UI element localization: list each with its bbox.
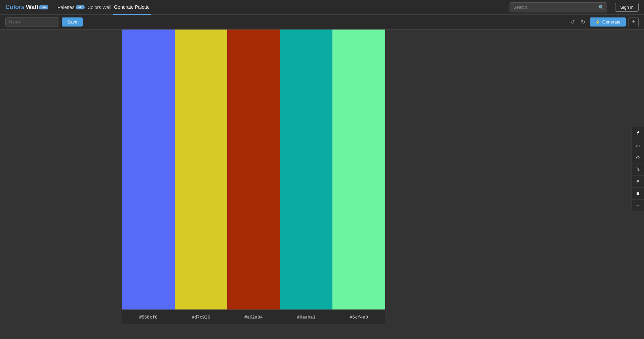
- color-strip-2[interactable]: #a62a04: [227, 30, 280, 324]
- buffer-icon: ≡: [636, 191, 639, 197]
- undo-button[interactable]: ↺: [568, 17, 577, 27]
- search-button[interactable]: 🔍: [596, 5, 607, 10]
- hackernews-icon: Y: [636, 179, 639, 184]
- color-block-4: [332, 30, 385, 309]
- search-container: 🔍: [510, 2, 607, 12]
- color-block-3: [280, 30, 333, 309]
- palette-toolbar: Save ↺ ↻ ⚡ Generate +: [0, 15, 644, 30]
- beta-badge: beta: [39, 5, 48, 9]
- left-space: [0, 30, 122, 324]
- save-button[interactable]: Save: [62, 17, 83, 27]
- social-sidebar: f in ⊙ 𝕏 Y ≡ +: [632, 127, 644, 212]
- color-label-1: #d7c926: [175, 309, 228, 324]
- nav-generate-palette[interactable]: Generate Palette: [113, 0, 151, 15]
- logo-brand: Colors: [5, 4, 25, 11]
- more-icon: +: [636, 202, 640, 209]
- hackernews-share-button[interactable]: Y: [632, 176, 644, 188]
- search-input[interactable]: [510, 5, 596, 10]
- color-strip-1[interactable]: #d7c926: [175, 30, 228, 324]
- color-strip-4[interactable]: #6cf4a0: [332, 30, 385, 324]
- color-strip-0[interactable]: #566cf8: [122, 30, 175, 324]
- color-label-2: #a62a04: [227, 309, 280, 324]
- color-label-4: #6cf4a0: [332, 309, 385, 324]
- main-header: ColorsWallbeta Palettes 241 Colors Wall …: [0, 0, 644, 15]
- nav-palettes[interactable]: Palettes 241: [56, 0, 86, 15]
- color-block-0: [122, 30, 175, 309]
- pocket-share-button[interactable]: ⊙: [632, 151, 644, 163]
- buffer-share-button[interactable]: ≡: [632, 188, 644, 200]
- generate-label: Generate: [602, 19, 620, 25]
- redo-button[interactable]: ↻: [579, 17, 587, 27]
- palette-name-input[interactable]: [5, 17, 59, 27]
- add-color-button[interactable]: +: [629, 17, 639, 27]
- linkedin-icon: in: [636, 143, 640, 147]
- pocket-icon: ⊙: [636, 155, 640, 160]
- twitter-share-button[interactable]: 𝕏: [632, 163, 644, 176]
- facebook-icon: f: [637, 130, 639, 136]
- nav-colors-wall[interactable]: Colors Wall: [86, 0, 113, 15]
- palettes-count-badge: 241: [76, 5, 85, 9]
- color-block-2: [227, 30, 280, 309]
- generate-button[interactable]: ⚡ Generate: [590, 17, 626, 27]
- linkedin-share-button[interactable]: in: [632, 139, 644, 151]
- logo-wall: Wall: [26, 4, 38, 11]
- undo-redo-group: ↺ ↻: [568, 17, 587, 27]
- signin-button[interactable]: Sign in: [615, 3, 639, 12]
- generate-icon: ⚡: [595, 20, 600, 25]
- facebook-share-button[interactable]: f: [632, 127, 644, 139]
- color-strips: #566cf8 #d7c926 #a62a04 #0aaba1 #6cf4a0: [122, 30, 385, 324]
- color-block-1: [175, 30, 228, 309]
- more-share-button[interactable]: +: [632, 200, 644, 212]
- color-label-0: #566cf8: [122, 309, 175, 324]
- color-label-3: #0aaba1: [280, 309, 333, 324]
- color-strip-3[interactable]: #0aaba1: [280, 30, 333, 324]
- main-nav: Palettes 241 Colors Wall Generate Palett…: [56, 0, 151, 15]
- right-space: [385, 30, 644, 324]
- logo[interactable]: ColorsWallbeta: [5, 4, 48, 11]
- twitter-icon: 𝕏: [636, 167, 640, 172]
- palette-area: #566cf8 #d7c926 #a62a04 #0aaba1 #6cf4a0: [0, 30, 644, 324]
